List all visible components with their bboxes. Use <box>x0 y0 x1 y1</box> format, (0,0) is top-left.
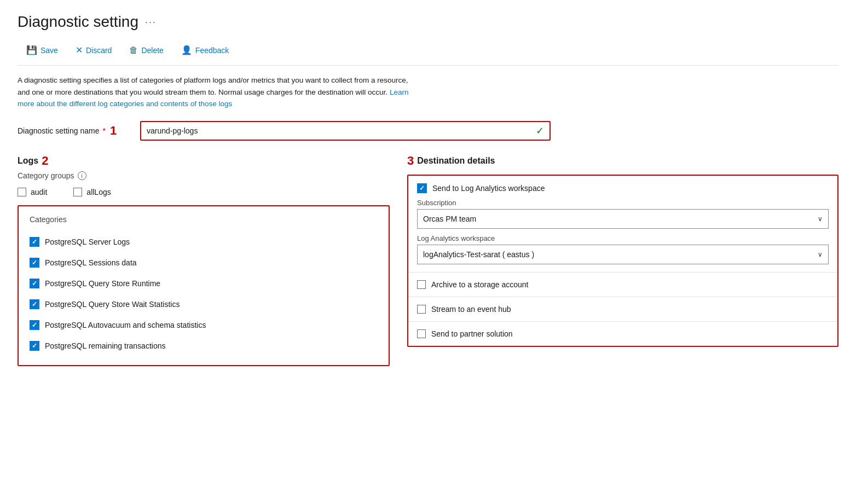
description-text: A diagnostic setting specifies a list of… <box>18 76 408 96</box>
step3-indicator: 3 <box>407 154 414 168</box>
list-item: PostgreSQL Autovacuum and schema statist… <box>30 315 378 335</box>
save-button[interactable]: 💾 Save <box>18 42 67 59</box>
postgresql-sessions-checkbox[interactable] <box>30 258 39 268</box>
save-icon: 💾 <box>26 45 37 55</box>
postgresql-querystore-wait-label: PostgreSQL Query Store Wait Statistics <box>45 300 180 309</box>
info-icon[interactable]: i <box>78 171 86 180</box>
logs-panel: Logs 2 Category groups i audit allLogs C… <box>18 154 390 366</box>
ellipsis-icon: ··· <box>145 16 157 28</box>
categories-title: Categories <box>30 215 378 224</box>
name-label-text: Diagnostic setting name <box>18 126 99 135</box>
log-analytics-row: Send to Log Analytics workspace <box>408 176 837 193</box>
destination-box: Send to Log Analytics workspace Subscrip… <box>407 175 838 347</box>
log-analytics-section: Send to Log Analytics workspace Subscrip… <box>408 176 837 273</box>
subscription-chevron-icon: ∨ <box>818 215 823 223</box>
postgresql-sessions-label: PostgreSQL Sessions data <box>45 258 137 267</box>
name-value: varund-pg-logs <box>147 126 198 135</box>
feedback-icon: 👤 <box>181 45 192 55</box>
archive-storage-checkbox[interactable] <box>417 280 426 289</box>
list-item: PostgreSQL Query Store Wait Statistics <box>30 294 378 315</box>
audit-checkbox[interactable] <box>18 188 26 196</box>
postgresql-server-logs-checkbox[interactable] <box>30 237 39 247</box>
event-hub-checkbox[interactable] <box>417 305 426 314</box>
log-analytics-label: Send to Log Analytics workspace <box>432 184 545 193</box>
event-hub-row: Stream to an event hub <box>408 297 837 322</box>
logs-title-text: Logs <box>18 156 38 166</box>
required-indicator: * <box>102 126 105 135</box>
destination-section-title: 3 Destination details <box>407 154 838 168</box>
name-input[interactable]: varund-pg-logs ✓ <box>140 121 551 141</box>
log-analytics-checkbox[interactable] <box>417 183 427 193</box>
categories-box: Categories PostgreSQL Server Logs Postgr… <box>18 205 390 366</box>
description: A diagnostic setting specifies a list of… <box>18 74 412 110</box>
destination-panel: 3 Destination details Send to Log Analyt… <box>407 154 838 347</box>
archive-storage-row: Archive to a storage account <box>408 273 837 297</box>
logs-section-title: Logs 2 <box>18 154 390 168</box>
category-groups-label: Category groups <box>18 171 74 180</box>
valid-checkmark: ✓ <box>536 125 544 137</box>
categories-title-text: Categories <box>30 215 67 224</box>
page-title: Diagnostic setting ··· <box>18 13 838 31</box>
save-label: Save <box>41 46 58 55</box>
list-item: PostgreSQL remaining transactions <box>30 335 378 356</box>
workspace-chevron-icon: ∨ <box>818 251 823 258</box>
postgresql-autovacuum-label: PostgreSQL Autovacuum and schema statist… <box>45 321 206 329</box>
postgresql-remaining-label: PostgreSQL remaining transactions <box>45 341 165 350</box>
discard-button[interactable]: ✕ Discard <box>67 42 120 59</box>
subscription-value: Orcas PM team <box>423 215 476 223</box>
list-item: PostgreSQL Query Store Runtime <box>30 273 378 294</box>
title-text: Diagnostic setting <box>18 13 138 31</box>
audit-label: audit <box>31 188 47 196</box>
destination-title-text: Destination details <box>417 156 495 166</box>
feedback-label: Feedback <box>195 46 229 55</box>
delete-icon: 🗑 <box>129 45 138 55</box>
feedback-button[interactable]: 👤 Feedback <box>172 42 238 59</box>
alllogs-checkbox[interactable] <box>73 188 82 196</box>
partner-solution-checkbox[interactable] <box>417 329 426 338</box>
toolbar: 💾 Save ✕ Discard 🗑 Delete 👤 Feedback <box>18 42 838 66</box>
workspace-label-text: Log Analytics workspace <box>417 234 495 242</box>
log-analytics-sub: Subscription Orcas PM team ∨ Log Analyti… <box>408 199 837 273</box>
main-content: Logs 2 Category groups i audit allLogs C… <box>18 154 838 366</box>
workspace-select[interactable]: logAnalytics-Test-sarat ( eastus ) ∨ <box>417 245 829 264</box>
workspace-value: logAnalytics-Test-sarat ( eastus ) <box>423 250 534 259</box>
step1-indicator: 1 <box>110 124 117 138</box>
list-item: PostgreSQL Sessions data <box>30 252 378 273</box>
workspace-label: Log Analytics workspace <box>417 234 829 242</box>
category-groups-row: Category groups i <box>18 171 390 180</box>
subscription-label-text: Subscription <box>417 199 456 207</box>
postgresql-querystore-wait-checkbox[interactable] <box>30 299 39 309</box>
postgresql-querystore-runtime-checkbox[interactable] <box>30 279 39 288</box>
delete-label: Delete <box>141 46 163 55</box>
delete-button[interactable]: 🗑 Delete <box>120 42 172 59</box>
groups-checkboxes: audit allLogs <box>18 188 390 196</box>
postgresql-autovacuum-checkbox[interactable] <box>30 320 39 330</box>
alllogs-label: allLogs <box>86 188 111 196</box>
name-label: Diagnostic setting name * 1 <box>18 124 127 138</box>
subscription-select[interactable]: Orcas PM team ∨ <box>417 209 829 229</box>
archive-storage-label: Archive to a storage account <box>431 280 528 289</box>
subscription-label: Subscription <box>417 199 829 207</box>
postgresql-remaining-checkbox[interactable] <box>30 341 39 351</box>
event-hub-label: Stream to an event hub <box>431 305 511 314</box>
audit-checkbox-item[interactable]: audit <box>18 188 47 196</box>
postgresql-querystore-runtime-label: PostgreSQL Query Store Runtime <box>45 279 160 288</box>
discard-icon: ✕ <box>76 45 83 55</box>
list-item: PostgreSQL Server Logs <box>30 231 378 252</box>
partner-solution-label: Send to partner solution <box>431 329 513 338</box>
diagnostic-name-row: Diagnostic setting name * 1 varund-pg-lo… <box>18 121 838 141</box>
alllogs-checkbox-item[interactable]: allLogs <box>73 188 111 196</box>
partner-solution-row: Send to partner solution <box>408 322 837 346</box>
discard-label: Discard <box>86 46 112 55</box>
postgresql-server-logs-label: PostgreSQL Server Logs <box>45 237 130 246</box>
step2-indicator: 2 <box>42 154 48 168</box>
